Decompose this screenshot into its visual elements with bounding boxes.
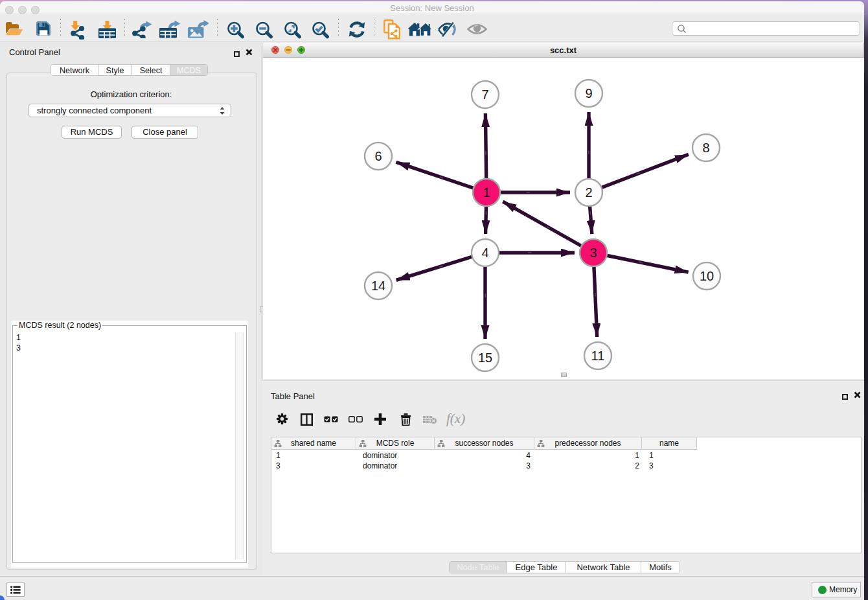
svg-text:11: 11 — [591, 349, 605, 363]
svg-text:15: 15 — [478, 351, 492, 365]
svg-text:9: 9 — [585, 86, 592, 100]
svg-text:8: 8 — [702, 141, 709, 155]
svg-text:14: 14 — [371, 279, 385, 293]
svg-text:6: 6 — [374, 149, 382, 163]
svg-text:4: 4 — [481, 246, 488, 260]
svg-text:2: 2 — [585, 185, 592, 200]
svg-text:3: 3 — [589, 246, 597, 260]
svg-text:10: 10 — [700, 269, 714, 283]
svg-text:7: 7 — [481, 87, 488, 102]
svg-text:1: 1 — [483, 185, 490, 200]
